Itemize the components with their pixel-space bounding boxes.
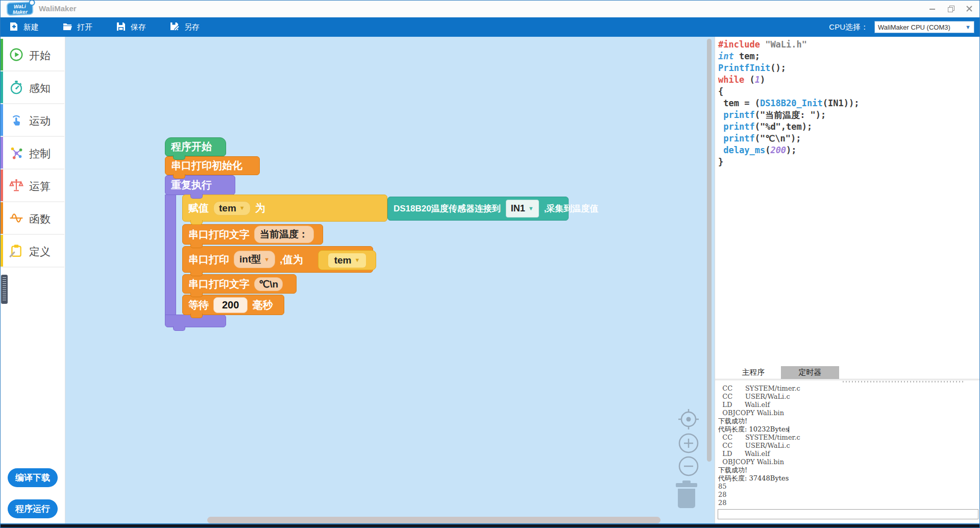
canvas-vertical-scrollbar[interactable] [707, 39, 712, 462]
app-window: WaLi Maker WaliMaker 新建打开保存另存 CPU选择： Wal… [0, 0, 980, 528]
collapsed-palette-handle[interactable] [1, 275, 8, 304]
sidebar-item-label: 定义 [29, 245, 51, 259]
sidebar-item-label: 控制 [29, 147, 51, 161]
sidebar-item-start[interactable]: 开始 [1, 39, 64, 71]
main-toolbar: 新建打开保存另存 CPU选择： WaliMaker CPU (COM3) ▼ [1, 17, 979, 37]
assign-var-dropdown[interactable]: tem ▼ [213, 201, 251, 215]
dropdown-value: tem [219, 203, 236, 214]
console-line: CC USER/WaLi.c [718, 393, 979, 401]
block-serial-print-text-2[interactable]: 串口打印文字 ℃\n [182, 274, 297, 294]
print-text-value[interactable]: 当前温度： [254, 226, 314, 243]
toolbar-item-label: 保存 [131, 22, 146, 32]
window-bottom-edge [1, 523, 979, 527]
block-connector [173, 174, 185, 179]
console-line: 85 [718, 483, 979, 491]
canvas-horizontal-scrollbar[interactable] [207, 517, 660, 523]
sidebar-item-operation[interactable]: 运算 [1, 170, 64, 202]
block-ds18b20-sensor[interactable]: DS18B20温度传感器连接到 IN1 ▼ ,采集到温度值 [387, 197, 569, 221]
new-button[interactable]: 新建 [9, 21, 39, 33]
console-input[interactable] [718, 509, 978, 519]
sidebar-item-control[interactable]: 控制 [1, 137, 64, 170]
sidebar-item-label: 运动 [29, 114, 51, 128]
console-line: 代码长度: 10232Bytes [718, 425, 979, 434]
console-line: OBJCOPY Wali.bin [718, 458, 979, 466]
sensor-port-dropdown[interactable]: IN1 ▼ [506, 200, 539, 218]
close-button[interactable] [964, 4, 974, 14]
block-label: DS18B20温度传感器连接到 [394, 203, 501, 214]
block-connector [173, 326, 185, 331]
block-connector [190, 314, 203, 318]
block-category-sidebar: 开始感知运动控制运算函数定义 [1, 37, 65, 523]
block-label: 等待 [188, 298, 209, 312]
clipboard-icon [9, 244, 23, 258]
new-file-icon [9, 21, 19, 33]
open-button[interactable]: 打开 [62, 21, 92, 33]
wait-ms-input[interactable]: 200 [213, 297, 248, 313]
sidebar-item-label: 感知 [29, 81, 51, 95]
console-line: 下载成功! [718, 417, 979, 425]
block-label: ,值为 [280, 253, 303, 267]
block-program-start[interactable]: 程序开始 [165, 137, 226, 156]
compile-download-button[interactable]: 编译下载 [8, 468, 58, 487]
sidebar-item-define[interactable]: 定义 [1, 235, 64, 268]
zoom-in-icon[interactable] [679, 434, 698, 452]
run-program-button[interactable]: 程序运行 [8, 499, 58, 518]
title-bar: WaLi Maker WaliMaker [1, 1, 979, 18]
block-tem-value[interactable]: tem ▼ [318, 250, 376, 270]
console-line: CC SYSTEM/timer.c [718, 434, 979, 442]
block-label: 串口打印文字 [188, 228, 250, 242]
cpu-select-label: CPU选择： [829, 22, 868, 32]
play-icon [9, 47, 23, 62]
code-line: delay_ms(200); [718, 145, 979, 156]
stopwatch-icon [9, 80, 23, 94]
window-title: WaliMaker [39, 4, 77, 13]
save-as-icon [169, 21, 180, 33]
save-button[interactable]: 保存 [116, 21, 146, 33]
save-as-button[interactable]: 另存 [169, 21, 200, 33]
sidebar-item-motion[interactable]: 运动 [1, 104, 64, 137]
console-line: LD Wali.elf [718, 401, 979, 409]
scale-icon [9, 178, 23, 193]
zoom-out-icon[interactable] [679, 457, 698, 475]
console-line: OBJCOPY Wali.bin [718, 409, 979, 417]
code-line: printf("℃\n"); [718, 133, 979, 145]
block-workspace-canvas[interactable] [65, 37, 715, 524]
sidebar-item-sense[interactable]: 感知 [1, 71, 64, 104]
input-value: 200 [222, 299, 239, 310]
restore-button[interactable] [946, 4, 956, 14]
walimaker-logo-icon: WaLi Maker [7, 2, 34, 16]
center-view-icon[interactable] [678, 409, 699, 429]
block-assign[interactable]: 赋值 tem ▼ 为 [182, 195, 387, 222]
block-connector [190, 272, 203, 276]
open-folder-icon [62, 21, 72, 33]
block-label: 串口打印初始化 [171, 159, 242, 173]
tab-timer[interactable]: 定时器 [781, 366, 839, 379]
category-color-stripe [1, 170, 3, 201]
toolbar-item-label: 新建 [23, 22, 39, 32]
print-text-value[interactable]: ℃\n [254, 277, 283, 291]
console-tab-bar: 主程序定时器 [715, 366, 980, 379]
code-line: #include "WaLi.h" [718, 39, 979, 51]
panel-splitter[interactable] [715, 380, 980, 383]
console-line: LD Wali.elf [718, 450, 979, 458]
block-repeat-arm[interactable] [165, 195, 176, 315]
code-panel: #include "WaLi.h"int tem;PrintfInit();wh… [715, 37, 980, 523]
cpu-select-dropdown[interactable]: WaliMaker CPU (COM3) ▼ [874, 21, 974, 33]
save-icon [116, 21, 126, 33]
block-label: ,采集到温度值 [544, 203, 599, 214]
build-console: CC SYSTEM/timer.c CC USER/WaLi.c LD Wali… [718, 385, 979, 507]
block-label: 毫秒 [252, 298, 273, 312]
block-serial-print-text-1[interactable]: 串口打印文字 当前温度： [182, 224, 323, 245]
print-type-dropdown[interactable]: int型 ▼ [234, 251, 275, 268]
block-wait[interactable]: 等待 200 毫秒 [182, 295, 284, 315]
sidebar-item-function[interactable]: 函数 [1, 202, 64, 235]
input-value: ℃\n [259, 278, 278, 290]
category-color-stripe [1, 104, 3, 136]
input-value: 当前温度： [260, 228, 308, 241]
minimize-button[interactable] [927, 4, 938, 14]
hub-icon [9, 146, 23, 160]
code-line: tem = (DS18B20_Init(IN1)); [718, 98, 979, 109]
tab-main-program[interactable]: 主程序 [730, 366, 776, 379]
block-label: 为 [255, 201, 265, 215]
trash-icon[interactable] [673, 479, 700, 511]
